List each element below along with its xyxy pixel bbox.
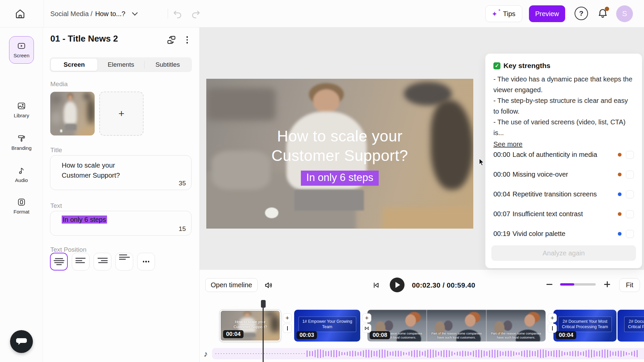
strength-item: - The step-by-step structure is clear an… — [493, 95, 633, 117]
screen-icon — [17, 42, 26, 50]
text-input[interactable]: In only 6 steps 15 — [50, 211, 192, 236]
add-screen-button[interactable] — [283, 313, 292, 322]
tab-screen[interactable]: Screen — [51, 58, 98, 71]
help-button[interactable]: ? — [575, 7, 588, 20]
video-title-overlay[interactable]: How to scale your Customer Support? In o… — [206, 126, 473, 186]
more-options-button[interactable] — [185, 35, 190, 45]
sidebar-item-label: Library — [14, 113, 29, 118]
home-button[interactable] — [13, 7, 28, 20]
timeline-clip-2[interactable]: 1# Empower Your Growing Team 00:03 — [294, 310, 360, 342]
timeline-clip-1[interactable]: How to scale your Customer Support? 00:0… — [220, 310, 281, 342]
clip-duration-badge: 00:08 — [370, 331, 390, 339]
timeline-clip-5[interactable]: 2# Document Your Most Critical Processin… — [618, 310, 644, 342]
text-position-top-button[interactable] — [115, 253, 133, 270]
issue-checkbox[interactable] — [626, 230, 634, 238]
analyze-again-button[interactable]: Analyze again — [491, 245, 636, 261]
issue-checkbox[interactable] — [626, 151, 634, 159]
title-input[interactable]: How to scale your Customer Support? 35 — [50, 155, 192, 190]
chevron-down-icon[interactable] — [132, 10, 138, 16]
fit-button[interactable]: Fit — [619, 278, 640, 292]
divider — [44, 0, 44, 27]
zoom-out-button[interactable] — [546, 281, 553, 288]
breadcrumb-project: How to...? — [95, 10, 125, 18]
skip-back-icon — [372, 281, 380, 290]
clip-gap-controls — [283, 313, 292, 333]
paint-roller-icon — [17, 134, 26, 143]
sidebar-item-format[interactable]: Format — [0, 198, 43, 215]
timeline-clip-3[interactable]: Part of the reason some companies have s… — [367, 310, 546, 342]
clip-duration-badge: 00:04 — [223, 330, 244, 338]
timeline-zoom-slider[interactable] — [560, 283, 596, 286]
preview-button[interactable]: Preview — [529, 5, 565, 22]
timeline: How to scale your Customer Support? 00:0… — [200, 296, 644, 362]
strength-item: - The use of varied screens (video, list… — [493, 117, 633, 138]
open-timeline-button[interactable]: Open timeline — [205, 278, 258, 292]
sidebar-item-label: Screen — [13, 53, 30, 58]
check-icon: ✓ — [493, 62, 500, 69]
zoom-slider-fill — [560, 283, 574, 286]
screen-settings-panel: 01 - Title News 2 Screen Elements Subtit… — [43, 27, 200, 362]
playhead-handle[interactable] — [261, 300, 266, 308]
sidebar-item-label: Format — [13, 209, 30, 215]
sidebar-item-screen[interactable]: Screen — [0, 42, 43, 58]
avatar[interactable]: S — [616, 5, 633, 22]
volume-button[interactable] — [264, 281, 273, 291]
top-bar: Social Media / How to...? ✦✦ Tips Previe… — [0, 0, 644, 27]
issue-row[interactable]: 00:19 Vivid color palette — [493, 224, 634, 244]
play-button[interactable] — [390, 278, 405, 292]
issue-label: Vivid color palette — [513, 230, 566, 238]
playhead[interactable] — [263, 300, 264, 362]
notifications-button[interactable] — [597, 7, 610, 20]
media-thumbnail[interactable] — [50, 92, 95, 136]
library-icon — [17, 102, 26, 110]
overlay-title-line1: How to scale your — [206, 126, 473, 146]
chat-bubble-icon — [16, 337, 27, 347]
undo-button[interactable] — [172, 9, 182, 19]
clip-gap-controls — [362, 313, 371, 333]
issue-row[interactable]: 00:00 Lack of authenticity in media — [493, 145, 634, 165]
video-preview[interactable]: How to scale your Customer Support? In o… — [206, 79, 473, 229]
text-char-count: 15 — [179, 225, 186, 233]
sidebar-item-library[interactable]: Library — [0, 102, 43, 118]
chat-widget-button[interactable] — [10, 330, 33, 353]
issue-checkbox[interactable] — [626, 171, 634, 179]
issue-row[interactable]: 00:00 Missing voice-over — [493, 165, 634, 184]
swap-screen-icon[interactable] — [166, 35, 176, 45]
timeline-clip-4[interactable]: 2# Document Your Most Critical Processin… — [553, 310, 616, 342]
skip-to-start-button[interactable] — [372, 281, 380, 291]
add-media-button[interactable]: + — [99, 92, 144, 136]
question-mark-icon: ? — [579, 9, 584, 17]
tab-subtitles[interactable]: Subtitles — [145, 58, 191, 71]
clip-duration-badge: 00:03 — [297, 331, 317, 339]
add-screen-button[interactable] — [548, 313, 557, 322]
issue-row[interactable]: 00:04 Repetitive transition screens — [493, 184, 634, 204]
add-screen-button[interactable] — [362, 313, 371, 322]
mouse-cursor — [479, 158, 486, 166]
sidebar-item-branding[interactable]: Branding — [0, 134, 43, 151]
clip-gap-controls — [548, 313, 557, 333]
text-position-center-button[interactable] — [50, 253, 68, 270]
tips-button[interactable]: ✦✦ Tips — [485, 5, 522, 22]
transition-button[interactable] — [362, 324, 371, 333]
sidebar-item-audio[interactable]: Audio — [0, 166, 43, 183]
transition-none-button[interactable] — [283, 324, 292, 333]
music-note-icon — [17, 166, 26, 175]
text-position-right-button[interactable] — [94, 253, 111, 270]
tab-elements[interactable]: Elements — [98, 58, 144, 71]
text-position-more-button[interactable] — [137, 253, 155, 270]
text-position-options — [50, 253, 155, 270]
zoom-in-button[interactable] — [603, 281, 611, 288]
audio-waveform[interactable] — [212, 348, 644, 359]
breadcrumb[interactable]: Social Media / How to...? — [50, 0, 137, 27]
breadcrumb-folder: Social Media / — [50, 10, 93, 18]
redo-button[interactable] — [191, 9, 201, 19]
text-position-left-button[interactable] — [72, 253, 90, 270]
issue-checkbox[interactable] — [626, 210, 634, 218]
media-thumbnail-image — [50, 92, 95, 135]
issue-row[interactable]: 00:07 Insufficient text contrast — [493, 204, 634, 224]
panel-tabs: Screen Elements Subtitles — [50, 57, 192, 72]
transition-none-button[interactable] — [548, 324, 557, 333]
issue-checkbox[interactable] — [626, 190, 634, 198]
title-field-label: Title — [50, 146, 62, 154]
play-icon — [395, 282, 400, 288]
